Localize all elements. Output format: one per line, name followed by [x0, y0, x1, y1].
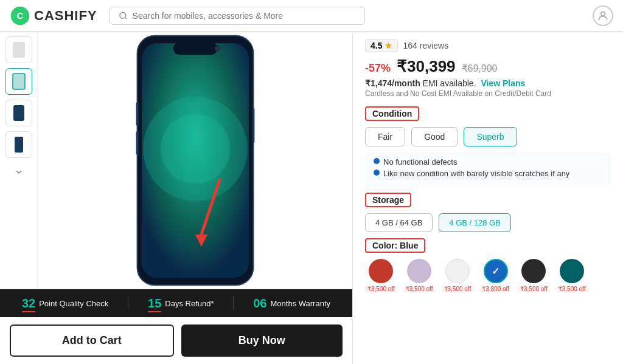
condition-buttons: Fair Good Superb: [365, 127, 611, 146]
thumbnail-0[interactable]: [5, 36, 32, 63]
color-red-wrapper: ₹3,500 off: [365, 259, 397, 293]
svg-point-14: [215, 47, 219, 50]
color-purple-price: ₹3,500 off: [403, 285, 436, 293]
review-count: 164 reviews: [403, 41, 448, 50]
color-black-wrapper: ₹3,500 off: [518, 259, 550, 293]
color-blue-wrapper: ₹3,800 off: [479, 259, 512, 293]
color-white-swatch[interactable]: [445, 259, 470, 283]
action-buttons: Add to Cart Buy Now: [0, 317, 352, 364]
svg-point-2: [119, 12, 125, 18]
warranty-label: Months Warranty: [271, 299, 331, 308]
header: C CASHIFY: [0, 0, 623, 32]
color-label: Color: Blue: [365, 238, 425, 253]
svg-text:C: C: [16, 10, 23, 21]
feature-dot-2: [374, 170, 380, 176]
storage-label: Storage: [365, 193, 411, 207]
main-image: [38, 32, 352, 289]
thumbnail-3[interactable]: [5, 131, 32, 158]
discount-percentage: -57%: [365, 62, 391, 75]
rating-badge: 4.5 ★: [365, 39, 398, 52]
svg-rect-12: [173, 42, 217, 55]
emi-row: ₹1,474/month EMI available. View Plans: [365, 78, 611, 88]
color-white-wrapper: ₹3,500 off: [442, 259, 474, 293]
svg-line-3: [125, 17, 127, 19]
condition-feature-1: No functional defects: [374, 157, 602, 167]
days-refund-item: 15 Days Refund*: [148, 297, 214, 311]
quality-divider-1: [128, 297, 128, 310]
logo-icon: C: [10, 5, 30, 26]
logo: C CASHIFY: [10, 5, 97, 26]
svg-rect-8: [15, 137, 23, 153]
color-blue-swatch[interactable]: [484, 259, 508, 283]
color-red-price: ₹3,500 off: [365, 285, 397, 293]
storage-section: Storage 4 GB / 64 GB 4 GB / 128 GB: [365, 193, 611, 232]
color-black-price: ₹3,500 off: [518, 285, 550, 293]
color-black-swatch[interactable]: [521, 259, 546, 283]
condition-label: Condition: [365, 106, 419, 121]
main-content: 32 Point Quality Check 15 Days Refund* 0…: [0, 32, 623, 364]
profile-icon[interactable]: [593, 5, 613, 26]
thumbnail-2[interactable]: [5, 100, 32, 126]
svg-point-16: [160, 114, 230, 184]
color-white-price: ₹3,500 off: [442, 285, 474, 293]
search-icon: [119, 11, 128, 21]
storage-128gb[interactable]: 4 GB / 128 GB: [439, 213, 511, 232]
color-teal-wrapper: ₹3,500 off: [556, 259, 588, 293]
phone-image: [128, 33, 262, 288]
condition-fair[interactable]: Fair: [365, 127, 405, 146]
color-teal-swatch[interactable]: [560, 259, 584, 283]
price-row: -57% ₹30,399 ₹69,900: [365, 57, 611, 76]
thumbnails: [0, 32, 38, 289]
original-price: ₹69,900: [462, 63, 498, 74]
condition-feature-2: Like new condition with barely visible s…: [374, 169, 602, 178]
rating-value: 4.5: [371, 41, 382, 50]
days-refund-label: Days Refund*: [165, 299, 214, 308]
storage-buttons: 4 GB / 64 GB 4 GB / 128 GB: [365, 213, 611, 232]
color-section: Color: Blue ₹3,500 off ₹3,500 off ₹3,500…: [365, 238, 611, 293]
color-purple-swatch[interactable]: [407, 259, 431, 283]
add-to-cart-button[interactable]: Add to Cart: [10, 325, 174, 357]
buy-now-button[interactable]: Buy Now: [181, 325, 343, 357]
quality-check-num: 32: [22, 297, 35, 311]
color-purple-wrapper: ₹3,500 off: [403, 259, 436, 293]
warranty-num: 06: [253, 297, 266, 311]
warranty-item: 06 Months Warranty: [253, 297, 330, 311]
thumbnail-chevron-down[interactable]: [5, 165, 32, 179]
svg-rect-17: [136, 103, 138, 126]
emi-amount: ₹1,474/month: [365, 78, 420, 88]
search-bar[interactable]: [110, 7, 365, 25]
svg-rect-18: [136, 131, 138, 154]
logo-text: CASHIFY: [34, 8, 97, 24]
storage-64gb[interactable]: 4 GB / 64 GB: [365, 213, 433, 232]
svg-rect-6: [13, 74, 25, 89]
thumbnail-1[interactable]: [5, 68, 32, 95]
color-blue-price: ₹3,800 off: [479, 285, 512, 293]
search-input[interactable]: [133, 11, 356, 21]
condition-section: Condition Fair Good Superb No functional…: [365, 106, 611, 185]
color-label-row: Color: Blue: [365, 238, 611, 253]
condition-features: No functional defects Like new condition…: [365, 153, 611, 185]
star-icon: ★: [385, 41, 392, 50]
image-area: [0, 32, 352, 289]
quality-check-label: Point Quality Check: [39, 299, 108, 308]
quality-check-item: 32 Point Quality Check: [22, 297, 108, 311]
product-left: 32 Point Quality Check 15 Days Refund* 0…: [0, 32, 353, 364]
view-plans-link[interactable]: View Plans: [481, 78, 525, 88]
header-right: [593, 5, 613, 26]
current-price: ₹30,399: [397, 57, 456, 76]
emi-note: Cardless and No Cost EMI Available on Cr…: [365, 89, 611, 98]
quality-bar: 32 Point Quality Check 15 Days Refund* 0…: [0, 289, 352, 317]
product-right: 4.5 ★ 164 reviews -57% ₹30,399 ₹69,900 ₹…: [353, 32, 623, 364]
svg-rect-19: [252, 108, 254, 143]
color-teal-price: ₹3,500 off: [556, 285, 588, 293]
quality-divider-2: [233, 297, 234, 310]
svg-rect-7: [13, 105, 24, 121]
condition-good[interactable]: Good: [411, 127, 458, 146]
color-red-swatch[interactable]: [369, 259, 393, 283]
color-swatches: ₹3,500 off ₹3,500 off ₹3,500 off ₹3,800 …: [365, 259, 611, 293]
svg-rect-5: [13, 42, 25, 58]
feature-dot-1: [374, 158, 380, 164]
svg-point-4: [601, 12, 605, 16]
condition-superb[interactable]: Superb: [464, 127, 517, 146]
emi-suffix: EMI available.: [423, 78, 476, 88]
